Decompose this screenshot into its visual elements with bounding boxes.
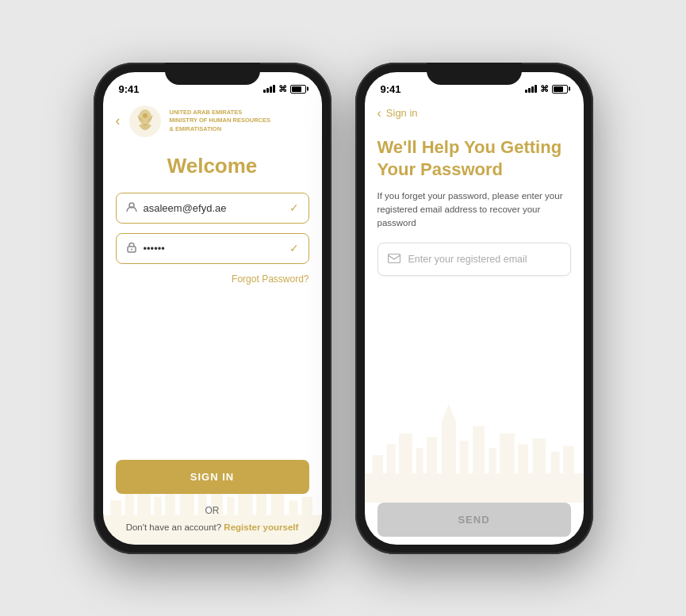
phones-container: 9:41 ⌘ ‹ <box>78 47 609 570</box>
battery-fill-1 <box>292 86 301 92</box>
svg-rect-31 <box>459 440 468 473</box>
svg-rect-38 <box>563 446 574 473</box>
wifi-icon-2: ⌘ <box>540 84 549 94</box>
fp-email-placeholder: Enter your registered email <box>408 254 527 265</box>
fp-title: We'll Help You Getting Your Password <box>365 125 584 185</box>
svg-point-2 <box>143 113 148 118</box>
fp-skyline-area <box>365 285 584 502</box>
svg-rect-36 <box>532 438 546 473</box>
email-value: asaleem@efyd.ae <box>144 202 289 214</box>
svg-rect-24 <box>372 455 383 473</box>
svg-rect-22 <box>388 254 400 263</box>
password-input-group[interactable]: •••••• ✓ <box>116 233 309 264</box>
battery-icon-2 <box>552 85 568 94</box>
fp-skyline-svg <box>365 393 584 503</box>
status-time-2: 9:41 <box>381 83 401 95</box>
phone-screen-fp: 9:41 ⌘ ‹ <box>365 72 584 545</box>
svg-rect-23 <box>365 473 584 503</box>
register-link[interactable]: Register yourself <box>224 522 298 532</box>
signal-bars-2 <box>525 85 537 93</box>
svg-rect-32 <box>473 426 485 473</box>
signin-button[interactable]: SIGN IN <box>116 460 309 494</box>
svg-rect-33 <box>489 448 496 473</box>
fp-header: ‹ Sign in <box>365 98 584 125</box>
svg-rect-29 <box>441 422 455 473</box>
phone-forgot-password: 9:41 ⌘ ‹ <box>355 63 593 554</box>
email-input-group[interactable]: asaleem@efyd.ae ✓ <box>116 193 309 224</box>
notch <box>165 63 260 85</box>
fp-email-input[interactable]: Enter your registered email <box>377 243 571 276</box>
status-time-1: 9:41 <box>119 83 140 95</box>
svg-rect-27 <box>416 448 423 473</box>
back-arrow-1[interactable]: ‹ <box>116 113 121 129</box>
password-value: •••••• <box>144 243 289 254</box>
svg-rect-26 <box>399 433 412 473</box>
svg-rect-37 <box>550 451 559 473</box>
wifi-icon: ⌘ <box>278 84 287 94</box>
uae-emblem <box>128 105 162 138</box>
svg-rect-25 <box>386 444 395 473</box>
forgot-password-link[interactable]: Forgot Password? <box>103 274 322 291</box>
svg-rect-35 <box>518 444 528 473</box>
signal-bars-1 <box>263 85 275 93</box>
send-button[interactable]: SEND <box>377 503 571 537</box>
fp-email-icon <box>388 253 400 266</box>
password-check-icon: ✓ <box>289 242 299 254</box>
app-header-1: ‹ UNITED ARAB EMIRATES MINISTRY OF HUMAN… <box>103 98 322 144</box>
fp-back-text[interactable]: Sign in <box>386 107 418 119</box>
user-icon <box>126 201 137 215</box>
svg-marker-30 <box>441 404 455 422</box>
welcome-title: Welcome <box>103 144 322 193</box>
email-check-icon: ✓ <box>289 201 299 214</box>
phone-screen-login: 9:41 ⌘ ‹ <box>103 72 322 545</box>
logo-text: UNITED ARAB EMIRATES MINISTRY OF HUMAN R… <box>170 109 271 134</box>
svg-point-5 <box>131 248 132 250</box>
or-divider: OR <box>103 502 322 522</box>
battery-fill-2 <box>554 86 563 92</box>
status-icons-1: ⌘ <box>263 84 306 94</box>
fp-screen-content: ‹ Sign in We'll Help You Getting Your Pa… <box>365 98 584 545</box>
skyline-area-1: SIGN IN OR Don't have an account? Regist… <box>103 291 322 545</box>
svg-rect-34 <box>500 433 514 473</box>
register-row: Don't have an account? Register yourself <box>103 522 322 545</box>
fp-subtitle: If you forget your password, please ente… <box>365 185 584 243</box>
svg-rect-28 <box>427 437 437 473</box>
fp-back-arrow[interactable]: ‹ <box>377 106 381 121</box>
notch-2 <box>427 63 522 85</box>
phone-login: 9:41 ⌘ ‹ <box>94 63 332 554</box>
register-prompt: Don't have an account? <box>126 522 221 532</box>
status-icons-2: ⌘ <box>525 84 568 94</box>
lock-icon <box>126 242 137 255</box>
login-screen-content: ‹ UNITED ARAB EMIRATES MINISTRY OF HUMAN… <box>103 98 322 545</box>
battery-icon-1 <box>290 85 306 94</box>
